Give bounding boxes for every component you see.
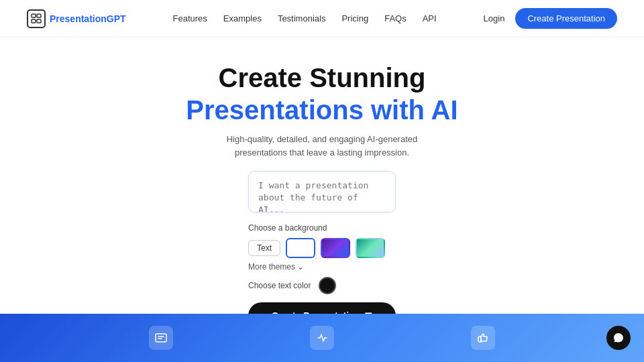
logo[interactable]: PresentationGPT — [27, 9, 126, 28]
text-color-label: Choose text color — [248, 281, 311, 290]
svg-rect-2 — [32, 19, 36, 23]
hero-section: Create Stunning Presentations with AI Hi… — [0, 38, 644, 344]
nav-links: Features Examples Testimonials Pricing F… — [173, 13, 437, 23]
nav-right: Login Create Presentation — [484, 8, 617, 29]
nav-api[interactable]: API — [423, 13, 437, 23]
nav-faqs[interactable]: FAQs — [384, 13, 407, 23]
more-themes-button[interactable]: More themes ⌄ — [248, 262, 304, 272]
background-text-button[interactable]: Text — [248, 240, 280, 256]
nav-examples[interactable]: Examples — [223, 13, 262, 23]
text-color-picker[interactable] — [319, 277, 336, 294]
presentation-topic-input[interactable] — [248, 171, 396, 213]
svg-rect-3 — [37, 19, 41, 23]
background-white-swatch[interactable] — [286, 238, 315, 258]
svg-rect-0 — [32, 14, 36, 17]
footer-icon-1 — [149, 326, 173, 350]
background-teal-swatch[interactable] — [356, 238, 385, 258]
footer-icon-3 — [471, 326, 495, 350]
navbar: PresentationGPT Features Examples Testim… — [0, 0, 644, 38]
background-label: Choose a background — [248, 223, 327, 233]
blue-footer-section — [0, 314, 644, 362]
chat-bubble-button[interactable] — [606, 326, 631, 350]
nav-testimonials[interactable]: Testimonials — [278, 13, 326, 23]
logo-icon — [27, 9, 46, 28]
create-presentation-nav-button[interactable]: Create Presentation — [515, 8, 617, 29]
svg-rect-1 — [37, 14, 41, 17]
nav-features[interactable]: Features — [173, 13, 207, 23]
background-chooser: Choose a background Text More themes ⌄ — [248, 223, 396, 272]
hero-title-line2: Presentations with AI — [186, 94, 458, 126]
footer-icon-2 — [310, 326, 334, 350]
nav-pricing[interactable]: Pricing — [341, 13, 368, 23]
login-button[interactable]: Login — [484, 13, 505, 23]
presentation-input-wrap — [248, 171, 396, 215]
text-color-row: Choose text color — [248, 277, 396, 294]
logo-text: PresentationGPT — [50, 13, 126, 24]
background-options: Text — [248, 238, 385, 258]
hero-title-line1: Create Stunning — [219, 62, 426, 94]
background-purple-swatch[interactable] — [321, 238, 350, 258]
svg-rect-4 — [156, 334, 166, 342]
hero-subtitle: High-quality, detailed, and engaging AI-… — [208, 133, 436, 159]
